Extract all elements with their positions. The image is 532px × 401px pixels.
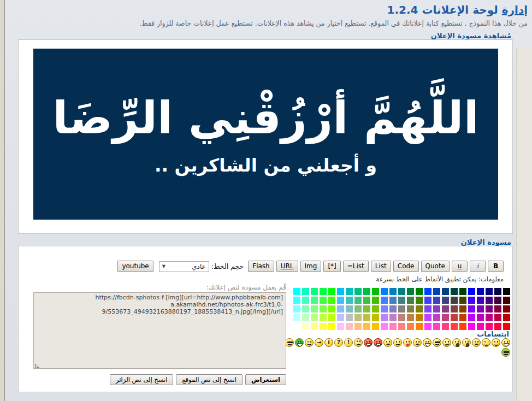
editor-textarea[interactable] (33, 292, 286, 369)
palette-color-808000[interactable] (416, 305, 423, 312)
bbcode-list-eq-button[interactable]: =List (343, 261, 369, 272)
palette-color-FF8000[interactable] (416, 323, 423, 330)
palette-color-4080BF[interactable] (389, 297, 397, 304)
font-size-select[interactable]: عادي ▼ (159, 261, 209, 272)
palette-color-000080[interactable] (486, 288, 493, 295)
palette-color-80BFFF[interactable] (337, 305, 344, 312)
palette-color-BFFF00[interactable] (328, 314, 335, 321)
palette-color-BFBF80[interactable] (354, 314, 362, 321)
palette-color-00FF80[interactable] (311, 288, 318, 295)
palette-color-008080[interactable] (398, 288, 405, 295)
page-title-link[interactable]: إدارة (502, 3, 528, 16)
palette-color-80FF80[interactable] (311, 305, 318, 312)
palette-color-004040[interactable] (451, 288, 458, 295)
palette-color-408080[interactable] (398, 297, 405, 304)
smiley-cool[interactable] (433, 338, 441, 347)
bbcode-list-item-button[interactable]: [*] (323, 261, 340, 272)
palette-color-0040BF[interactable] (433, 288, 440, 295)
palette-color-BF0000[interactable] (503, 314, 510, 321)
copy-to-site-button[interactable]: انسخ إلى نص الموقع (176, 374, 243, 385)
palette-color-400000[interactable] (503, 297, 510, 304)
smiley-question[interactable]: ? (334, 338, 343, 347)
palette-color-008040[interactable] (407, 288, 414, 295)
palette-color-00BF80[interactable] (354, 288, 362, 295)
palette-color-FF8040[interactable] (407, 323, 414, 330)
palette-color-FF8080[interactable] (398, 323, 405, 330)
bbcode-code-button[interactable]: Code (393, 261, 419, 272)
palette-color-404040[interactable] (451, 297, 458, 304)
palette-color-FFBF00[interactable] (372, 323, 379, 330)
palette-color-40BFBF[interactable] (346, 297, 353, 304)
palette-color-00BF40[interactable] (363, 288, 370, 295)
smiley-razz[interactable] (403, 338, 412, 347)
preview-button[interactable]: استعراض (245, 374, 286, 385)
palette-color-40FF80[interactable] (311, 297, 318, 304)
smiley-evil[interactable] (374, 338, 382, 347)
smiley-confused[interactable] (442, 338, 451, 347)
palette-color-80FF00[interactable] (328, 305, 335, 312)
palette-color-8080FF[interactable] (381, 305, 388, 312)
smiley-arrow[interactable]: → (315, 338, 323, 347)
palette-color-400040[interactable] (494, 297, 501, 304)
palette-color-FFFF40[interactable] (320, 323, 327, 330)
palette-color-BF4000[interactable] (459, 314, 466, 321)
palette-color-40BF40[interactable] (363, 297, 370, 304)
palette-color-8000FF[interactable] (468, 305, 475, 312)
palette-color-BF80FF[interactable] (381, 314, 388, 321)
palette-color-800080[interactable] (486, 305, 493, 312)
palette-color-4000FF[interactable] (468, 297, 475, 304)
smiley-surprised[interactable] (462, 338, 471, 347)
smiley-redface[interactable] (393, 338, 402, 347)
palette-color-BF0080[interactable] (486, 314, 493, 321)
palette-color-FFFF00[interactable] (328, 323, 335, 330)
palette-color-BF40FF[interactable] (424, 314, 431, 321)
bbcode-url-button[interactable]: URL (276, 261, 298, 272)
smiley-neutral[interactable] (305, 338, 314, 347)
palette-color-40FF40[interactable] (320, 297, 327, 304)
palette-color-00BFFF[interactable] (337, 288, 344, 295)
palette-color-BF8080[interactable] (398, 314, 405, 321)
palette-color-FF4040[interactable] (451, 323, 458, 330)
palette-color-BFFF80[interactable] (311, 314, 318, 321)
palette-color-4000BF[interactable] (477, 297, 484, 304)
palette-color-800000[interactable] (503, 305, 510, 312)
palette-color-0000FF[interactable] (468, 288, 475, 295)
palette-color-80BFBF[interactable] (346, 305, 353, 312)
bbcode-list-button[interactable]: List (371, 261, 391, 272)
palette-color-BFFF40[interactable] (320, 314, 327, 321)
palette-color-80FF40[interactable] (320, 305, 327, 312)
palette-color-8000BF[interactable] (477, 305, 484, 312)
palette-color-8040FF[interactable] (424, 305, 431, 312)
palette-color-400080[interactable] (486, 297, 493, 304)
palette-color-FFBFFF[interactable] (337, 323, 344, 330)
palette-color-404000[interactable] (459, 297, 466, 304)
palette-color-BFBFFF[interactable] (337, 314, 344, 321)
palette-color-FFBFBF[interactable] (346, 323, 353, 330)
palette-color-00BFBF[interactable] (346, 288, 353, 295)
palette-color-FF00BF[interactable] (477, 323, 484, 330)
smiley-idea[interactable]: i (324, 338, 333, 347)
smiley-biggrin[interactable] (501, 338, 510, 347)
palette-color-BF4080[interactable] (442, 314, 449, 321)
palette-color-BF80BF[interactable] (389, 314, 397, 321)
smiley-lol[interactable] (423, 338, 431, 347)
bbcode-flash-button[interactable]: Flash (248, 261, 274, 272)
palette-color-404080[interactable] (442, 297, 449, 304)
palette-color-FFFFFF[interactable] (293, 323, 300, 330)
scrollbar-track[interactable] (516, 48, 532, 401)
palette-color-008000[interactable] (416, 288, 423, 295)
palette-color-FF80FF[interactable] (381, 323, 388, 330)
palette-color-408040[interactable] (407, 297, 414, 304)
smiley-smile[interactable] (492, 338, 500, 347)
smiley-eek[interactable] (452, 338, 461, 347)
palette-color-BFBF00[interactable] (372, 314, 379, 321)
palette-color-40BF00[interactable] (372, 297, 379, 304)
palette-color-00FF00[interactable] (328, 288, 335, 295)
palette-color-BF8040[interactable] (407, 314, 414, 321)
bbcode-img-button[interactable]: Img (300, 261, 322, 272)
palette-color-BFFFBF[interactable] (302, 314, 309, 321)
palette-color-BFFFFF[interactable] (293, 314, 300, 321)
palette-color-8040BF[interactable] (433, 305, 440, 312)
palette-color-00FFBF[interactable] (302, 288, 309, 295)
palette-color-BF4040[interactable] (451, 314, 458, 321)
